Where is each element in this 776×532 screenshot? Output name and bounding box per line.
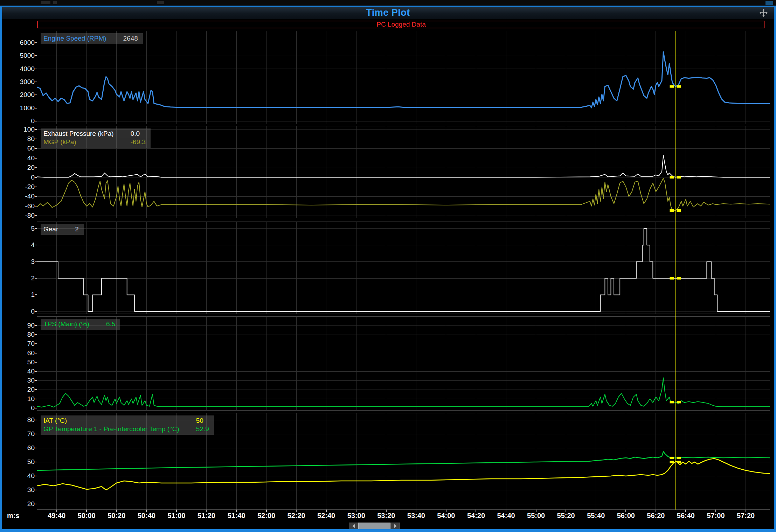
y-axis-tick	[35, 311, 37, 312]
time-axis-label: 57:00	[700, 512, 732, 520]
cursor-marker	[677, 176, 681, 178]
y-axis-label: 0	[0, 404, 35, 412]
cursor-marker	[670, 176, 674, 178]
cursor-marker	[670, 277, 674, 280]
legend-temps[interactable]: IAT (°C)50GP Temperature 1 - Pre-Interco…	[41, 415, 214, 435]
y-axis-label: 10	[0, 395, 35, 403]
time-axis-tick	[625, 510, 626, 512]
legend-label: Gear	[43, 225, 58, 233]
y-axis-tick	[35, 448, 37, 448]
time-axis-unit: m:s	[7, 512, 20, 520]
legend-value: 50	[196, 416, 209, 425]
series-mgp	[37, 178, 770, 210]
time-axis-tick	[236, 510, 237, 512]
y-axis-tick	[35, 420, 37, 420]
y-axis-label: 30	[0, 486, 35, 494]
y-axis-tick	[35, 278, 37, 279]
window-titlebar[interactable]: Time Plot	[2, 7, 774, 19]
cursor-marker	[677, 457, 681, 459]
scrollbar-thumb[interactable]	[358, 523, 390, 530]
legend-pressure[interactable]: Exhaust Pressure (kPa)0.0MGP (kPa)-69.3	[41, 128, 151, 148]
y-axis-tick	[35, 139, 37, 139]
time-axis-label: 51:00	[161, 512, 192, 520]
y-axis-label: 1	[0, 291, 35, 299]
legend-label: IAT (°C)	[43, 416, 179, 425]
y-axis-label: 60	[0, 145, 35, 152]
cursor-marker	[670, 401, 674, 403]
y-axis-tick	[35, 462, 37, 462]
plot-panel-engine-speed[interactable]	[37, 31, 770, 124]
y-axis-label: 3000	[0, 78, 35, 86]
time-axis-label: 50:40	[131, 512, 162, 520]
series-tps-main	[37, 378, 770, 407]
plot-area[interactable]: m:s 0100020003000400050006000Engine Spee…	[0, 0, 776, 532]
y-axis-tick	[35, 206, 37, 206]
time-axis-label: 56:00	[610, 512, 642, 520]
y-axis-tick	[35, 55, 37, 56]
time-axis-label: 56:20	[640, 512, 672, 520]
series-gear	[37, 229, 770, 312]
plot-panel-gear[interactable]	[37, 222, 770, 314]
time-cursor[interactable]	[675, 31, 675, 510]
y-axis-tick	[35, 129, 37, 130]
cursor-marker	[677, 209, 681, 212]
y-axis-label: -80	[0, 212, 35, 219]
legend-value: 0.0	[131, 130, 146, 138]
legend-engine-speed[interactable]: Engine Speed (RPM)2648	[41, 33, 143, 44]
horizontal-scrollbar[interactable]	[349, 523, 400, 530]
y-axis-label: 4000	[0, 65, 35, 73]
legend-label: MGP (kPa)	[43, 138, 114, 146]
time-axis-tick	[266, 510, 267, 512]
y-axis-label: -60	[0, 202, 35, 210]
time-axis-tick	[356, 510, 356, 512]
y-axis-tick	[35, 167, 37, 168]
y-axis-tick	[35, 187, 37, 187]
y-axis-label: 20	[0, 386, 35, 393]
time-axis-label: 50:00	[71, 512, 102, 520]
series-engine-speed	[37, 52, 770, 108]
y-axis-label: 80	[0, 135, 35, 143]
series-iat	[37, 458, 770, 490]
y-axis-tick	[35, 325, 37, 326]
y-axis-tick	[35, 408, 37, 408]
series-gp-temp1	[37, 451, 770, 470]
left-arrow-icon	[352, 524, 355, 528]
log-source-banner: PC Logged Data	[37, 21, 765, 28]
cursor-marker	[670, 85, 674, 88]
time-axis-tick	[566, 510, 566, 512]
y-axis-label: -20	[0, 183, 35, 191]
time-axis-tick	[416, 510, 416, 512]
legend-gear[interactable]: Gear2	[41, 224, 84, 235]
y-axis-tick	[35, 177, 37, 178]
time-axis-tick	[326, 510, 327, 512]
legend-tps[interactable]: TPS (Main) (%)6.5	[41, 319, 120, 330]
y-axis-tick	[35, 380, 37, 381]
y-axis-tick	[35, 82, 37, 82]
y-axis-label: 2	[0, 274, 35, 282]
time-axis-label: 55:40	[580, 512, 612, 520]
cursor-marker	[670, 209, 674, 212]
time-axis-tick	[656, 510, 656, 512]
y-axis-label: 80	[0, 416, 35, 424]
move-icon[interactable]	[759, 8, 768, 18]
cursor-marker	[677, 461, 681, 463]
y-axis-tick	[35, 42, 37, 43]
legend-value: 52.9	[196, 425, 209, 433]
time-axis-label: 55:20	[550, 512, 582, 520]
window-frame-right	[774, 6, 776, 532]
cursor-marker	[670, 461, 674, 463]
y-axis-label: 5	[0, 225, 35, 232]
time-axis-tick	[176, 510, 177, 512]
right-arrow-icon	[394, 524, 397, 528]
cursor-marker	[677, 277, 681, 280]
scroll-left-button[interactable]	[349, 523, 358, 530]
time-axis-label: 51:40	[221, 512, 252, 520]
log-source-label: PC Logged Data	[376, 21, 426, 28]
scroll-right-button[interactable]	[390, 523, 400, 530]
y-axis-tick	[35, 389, 37, 390]
time-axis-tick	[596, 510, 596, 512]
legend-label: GP Temperature 1 - Pre-Intercooler Temp …	[43, 425, 179, 433]
y-axis-label: 6000	[0, 39, 35, 47]
time-axis-label: 53:40	[400, 512, 432, 520]
plot-panel-tps[interactable]	[37, 316, 770, 411]
